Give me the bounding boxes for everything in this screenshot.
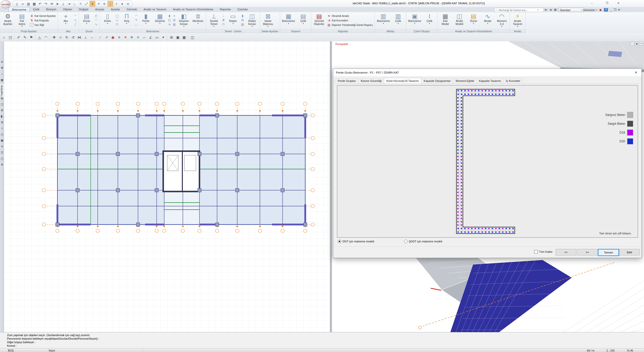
zoom-window-icon[interactable]: ⌕ [1, 34, 7, 40]
secmeli-raporlar-button[interactable]: ▤SeçmeliRaporlar [312, 13, 326, 29]
ribbon-minimize-icon[interactable]: _ [609, 8, 613, 12]
polyline-wall-icon[interactable]: ∿ [94, 22, 98, 26]
slab-corner-icon[interactable]: ◰ [167, 18, 172, 22]
zoom-icon[interactable]: ⌕ [0, 72, 4, 76]
viewport-menu-icon[interactable]: ▾ [639, 42, 643, 46]
region-icon[interactable]: ▭ [154, 34, 160, 40]
array-icon[interactable]: ⊞ [168, 34, 175, 40]
doseme-button[interactable]: ▦Döşeme▾ [153, 13, 167, 29]
raft-grid-icon[interactable]: ⊞ [240, 18, 245, 22]
tab-raporlar[interactable]: Raporlar [217, 7, 234, 12]
viewport-minimize-icon[interactable]: – [631, 42, 634, 46]
capital-icon[interactable]: ⊓ [115, 22, 119, 26]
tab-ara-lar[interactable]: Araçlar [92, 7, 108, 12]
grid-dimension-icon[interactable]: ⌗ [78, 1, 83, 6]
stretch-icon[interactable]: ⇔ [89, 34, 95, 40]
surekli-temel-button[interactable]: ⊥SürekliTemel▾ [207, 13, 221, 29]
explode-icon[interactable]: ✳ [129, 34, 135, 40]
tab--elik[interactable]: Çelik [30, 7, 43, 12]
dialog-tab-kapasite-diyagramlar-[interactable]: Kapasite Diyagramları [421, 78, 453, 83]
mirror-axis-icon[interactable]: ⊥ [83, 34, 89, 40]
search-dropdown-icon[interactable]: ▾ [537, 9, 538, 11]
qat-more-icon[interactable]: ≡ [125, 1, 130, 6]
metraj-celik-button[interactable]: ▥Çelik▾ [391, 13, 405, 29]
open-file-icon[interactable]: ▱ [20, 1, 25, 6]
line-axis-icon[interactable]: ╱ [73, 22, 78, 26]
door-icon[interactable]: ▣ [175, 34, 181, 40]
analiz-tasarim-button[interactable]: ⚡AnalizTasarım▾ [511, 13, 524, 29]
corner-icon[interactable]: ◰ [0, 156, 4, 161]
qat-dropdown-icon[interactable]: ▾ [120, 1, 125, 6]
library-icon[interactable]: ▣ [0, 138, 4, 143]
rotate-ref-icon[interactable]: ↺ [70, 34, 76, 40]
slab-grid-icon[interactable]: ⊞ [172, 18, 177, 22]
moment-33-button[interactable]: ◠Moment3-3▾ [495, 13, 509, 29]
radye-button[interactable]: ▭Radye▾ [226, 13, 240, 29]
radio-sgdt[interactable]: ŞGDT için malzeme modeli [404, 240, 442, 243]
dialog-tab-kesit-h-cresi-lif-tasar-m-[interactable]: Kesit Hücresi(Lif) Tasarımı [384, 78, 421, 83]
dialog-tab-moment-e-rilik[interactable]: Moment-Eğrilik [453, 78, 477, 83]
ok-button[interactable]: Tamam [598, 249, 619, 256]
maximize-button[interactable]: ❒ [603, 1, 611, 5]
new-file-icon[interactable]: ▯ [14, 1, 19, 6]
ramp-beam-icon[interactable]: ◡ [134, 22, 139, 26]
divide-icon[interactable]: ✕ [122, 34, 128, 40]
layers-icon[interactable]: ▦ [0, 78, 4, 82]
move-node-icon[interactable]: ⇥ [66, 1, 72, 6]
panel-icon[interactable]: ◫ [189, 34, 195, 40]
tab-g-r-nt-[interactable]: Görüntü [123, 7, 140, 12]
tab-de-i-tir[interactable]: Değiştir [76, 7, 92, 12]
dialog-tab-i-kuvvetler[interactable]: İç Kuvvetler [503, 78, 523, 83]
fillet-icon[interactable]: ⌐ [141, 34, 147, 40]
status-scale[interactable]: 1 : 100 [604, 348, 627, 352]
note-flag-icon[interactable]: ⚑ [28, 34, 34, 40]
viewport-restore-icon[interactable]: ▣ [635, 42, 639, 46]
slab-hatch-icon[interactable]: ≋ [167, 22, 172, 26]
layer-list-icon[interactable]: ≋ [544, 8, 548, 12]
search-input[interactable] [498, 8, 537, 12]
vertical-dimension-icon[interactable]: ↕ [108, 1, 113, 7]
cizim-betonarme-button[interactable]: ▣Betonarme▾ [407, 13, 422, 29]
single-footing-icon[interactable]: ↓ [221, 14, 226, 18]
curve-axis-icon[interactable]: ∿ [73, 18, 78, 22]
plan-canvas[interactable] [4, 41, 330, 332]
modal-button[interactable]: ∿Modal▾ [481, 13, 494, 29]
rotate-icon[interactable]: ↻ [64, 34, 70, 40]
kolon-button[interactable]: ▯Kolon▾ [101, 13, 114, 29]
undo-icon[interactable]: ↶ [38, 1, 43, 6]
undo-window-icon[interactable]: ⟲ [49, 1, 54, 6]
cancel-button[interactable]: İptal [619, 249, 640, 255]
select-node-icon[interactable]: ➤ [55, 1, 60, 6]
kat-listesi-button[interactable]: ▤Katlistesi▾ [15, 13, 29, 29]
tab-objeler[interactable]: Objeler [60, 7, 76, 12]
status-zoom[interactable]: % 45 [625, 348, 644, 352]
pick-icon[interactable]: ✎ [22, 34, 28, 40]
angle-arc-icon[interactable]: ◠ [43, 34, 49, 40]
dinamik-analiz-button[interactable]: ≋Dinamik Analiz [326, 14, 374, 18]
zoom-object-icon[interactable]: ◳ [7, 34, 13, 40]
doseme-kenari-button[interactable]: ◧DöşemeKenarı▾ [177, 13, 191, 29]
column-tool-icon[interactable]: ◫ [0, 102, 4, 106]
snap-cross-icon[interactable]: ✛ [135, 34, 141, 40]
duvar-button[interactable]: ▤Duvar▾ [80, 13, 93, 29]
analiz-ayarlari-button[interactable]: ⚙AnalizAyarları [1, 13, 15, 29]
tasarim-celik-button[interactable]: ▤Çelik▾ [296, 13, 310, 29]
layer-stack-icon[interactable]: ≌ [549, 8, 553, 12]
pile-icon[interactable]: Ⅲ [221, 18, 226, 22]
save-all-icon[interactable]: ▦ [32, 1, 37, 6]
slab-stair-icon[interactable]: ▧ [172, 22, 177, 26]
move-copy-icon[interactable]: ⊹ [57, 34, 63, 40]
trim-icon[interactable]: ∕ [97, 34, 103, 40]
extend-icon[interactable]: ↗ [104, 34, 110, 40]
render-icon[interactable]: ◆ [598, 8, 602, 12]
settings-icon[interactable]: ⚙ [0, 162, 4, 167]
save-icon[interactable]: ▥ [26, 1, 31, 6]
diagonal-dimension-icon[interactable]: ⤢ [84, 1, 89, 6]
layer-lock-icon[interactable]: ⊠ [554, 8, 557, 12]
chamfer-icon[interactable]: ∠ [148, 34, 154, 40]
idecad-logo[interactable]: ideCAD [1, 0, 11, 8]
iskele-makrosu-button[interactable]: ⊠İskeleMakrosu▾ [261, 13, 275, 29]
offset-icon[interactable]: ◉ [110, 34, 116, 40]
merdiven-button[interactable]: ≣Merdiven▾ [191, 13, 205, 29]
perde-button[interactable]: ▮Perde▾ [139, 13, 153, 29]
